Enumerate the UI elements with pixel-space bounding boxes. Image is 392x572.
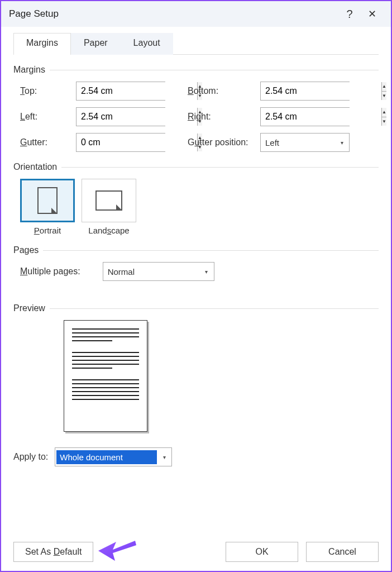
spinner-up-icon[interactable]: ▲ [382,82,386,92]
spinner-up-icon[interactable]: ▲ [382,108,386,117]
left-spinner[interactable]: ▲▼ [76,107,165,126]
gutter-spinner[interactable]: ▲▼ [76,133,165,152]
top-label: Top: [20,86,76,96]
chevron-down-icon: ▾ [157,454,171,460]
portrait-icon [37,187,58,214]
top-spinner[interactable]: ▲▼ [76,82,165,101]
chevron-down-icon: ▾ [199,269,214,275]
tab-list: Margins Paper Layout [13,32,379,55]
right-label: Right: [188,112,260,122]
dialog-title: Page Setup [9,8,338,20]
gutter-position-select[interactable]: Left ▾ [260,133,350,152]
orientation-portrait[interactable]: Portrait [20,179,75,235]
margins-section-header: Margins [13,65,379,75]
gutter-input[interactable] [77,134,197,151]
apply-to-select[interactable]: Whole document ▾ [55,447,172,466]
preview-section-header: Preview [13,303,379,313]
chevron-down-icon: ▾ [334,140,349,146]
spinner-down-icon[interactable]: ▼ [382,117,386,126]
help-icon[interactable]: ? [338,8,361,21]
right-input[interactable] [261,108,381,126]
apply-to-label: Apply to: [13,452,48,462]
left-label: Left: [20,112,76,122]
multiple-pages-select[interactable]: Normal ▾ [103,262,214,281]
bottom-spinner[interactable]: ▲▼ [260,82,350,101]
top-input[interactable] [77,82,197,100]
orientation-landscape[interactable]: Landscape [82,179,136,235]
tab-paper[interactable]: Paper [71,33,121,55]
gutter-position-label: Gutter position: [188,137,260,147]
spinner-down-icon[interactable]: ▼ [382,92,386,101]
bottom-label: Bottom: [188,86,260,96]
set-as-default-button[interactable]: Set As Default [13,542,93,562]
preview-page-icon [64,320,147,432]
tab-layout[interactable]: Layout [121,33,173,55]
close-icon[interactable]: ✕ [361,8,383,20]
left-input[interactable] [77,108,197,126]
title-bar: Page Setup ? ✕ [1,1,391,27]
ok-button[interactable]: OK [226,542,298,562]
right-spinner[interactable]: ▲▼ [260,107,350,126]
tab-margins[interactable]: Margins [13,33,71,55]
multiple-pages-label: Multiple pages: [20,266,80,277]
pages-section-header: Pages [13,245,379,255]
cancel-button[interactable]: Cancel [306,542,379,562]
bottom-input[interactable] [261,82,381,100]
orientation-section-header: Orientation [13,162,379,172]
landscape-icon [95,190,122,211]
gutter-label: Gutter: [20,137,76,147]
